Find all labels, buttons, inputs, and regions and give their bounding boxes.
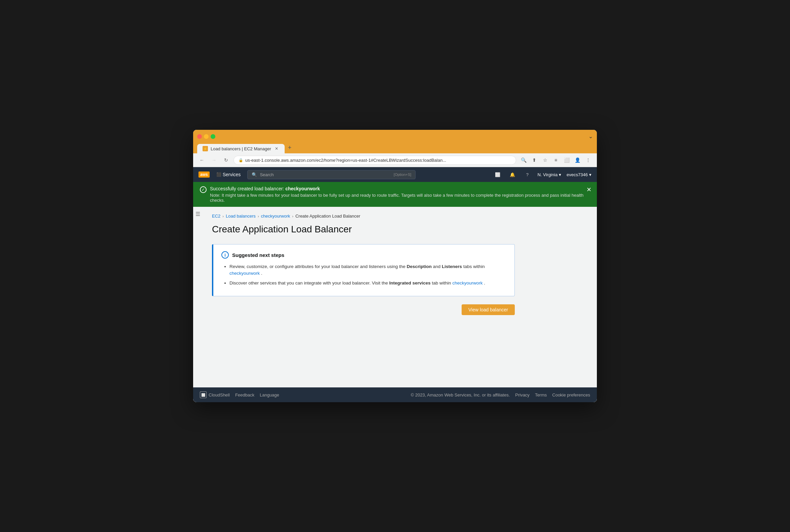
browser-title-bar: ⌄ bbox=[197, 133, 593, 139]
reader-icon[interactable]: ≡ bbox=[551, 155, 561, 165]
browser-tabs: ⚡ Load balancers | EC2 Manager ✕ + bbox=[197, 142, 593, 153]
browser-chrome: ⌄ ⚡ Load balancers | EC2 Manager ✕ + bbox=[193, 130, 597, 153]
success-banner: ✓ Successfully created load balancer: ch… bbox=[193, 182, 597, 207]
footer-right: © 2023, Amazon Web Services, Inc. or its… bbox=[411, 393, 590, 398]
info-box-step-1: Review, customize, or configure attribut… bbox=[229, 263, 507, 277]
new-tab-button[interactable]: + bbox=[284, 142, 295, 153]
search-shortcut: [Option+S] bbox=[394, 172, 411, 176]
cloudshell-label: CloudShell bbox=[208, 393, 230, 398]
services-label: Services bbox=[223, 172, 241, 177]
info-box: i Suggested next steps Review, customize… bbox=[212, 244, 515, 296]
help-icon[interactable]: ? bbox=[522, 170, 532, 179]
breadcrumb-load-balancers[interactable]: Load balancers bbox=[226, 213, 256, 218]
sidebar-toggle-button[interactable]: ☰ bbox=[193, 207, 203, 322]
region-selector[interactable]: N. Virginia ▾ bbox=[537, 172, 561, 177]
copyright-text: © 2023, Amazon Web Services, Inc. or its… bbox=[411, 393, 510, 398]
page-title: Create Application Load Balancer bbox=[212, 224, 587, 235]
aws-logo[interactable]: aws bbox=[199, 171, 209, 177]
breadcrumb: EC2 › Load balancers › checkyourwork › C… bbox=[212, 213, 587, 218]
refresh-button[interactable]: ↻ bbox=[221, 155, 231, 165]
breadcrumb-sep-2: › bbox=[258, 214, 259, 218]
info-box-title: Suggested next steps bbox=[232, 252, 284, 258]
main-content: ✓ Successfully created load balancer: ch… bbox=[193, 182, 597, 402]
footer-left: ⬜ CloudShell Feedback Language bbox=[200, 392, 279, 398]
button-area: View load balancer bbox=[212, 304, 515, 315]
user-menu[interactable]: evecs7346 ▾ bbox=[567, 172, 591, 177]
aws-search-bar[interactable]: 🔍 Search [Option+S] bbox=[247, 170, 416, 179]
tab-close-button[interactable]: ✕ bbox=[274, 146, 279, 151]
dot-yellow[interactable] bbox=[204, 134, 208, 139]
tab-title: Load balancers | EC2 Manager bbox=[210, 146, 271, 151]
user-label: evecs7346 bbox=[567, 172, 588, 177]
breadcrumb-checkyourwork[interactable]: checkyourwork bbox=[261, 213, 290, 218]
aws-logo-text: aws bbox=[199, 171, 209, 177]
lock-icon: 🔒 bbox=[239, 158, 243, 163]
back-button[interactable]: ← bbox=[197, 155, 207, 165]
bell-icon[interactable]: 🔔 bbox=[508, 170, 517, 179]
browser-nav: ← → ↻ 🔒 us-east-1.console.aws.amazon.com… bbox=[193, 153, 597, 167]
avatar-icon[interactable]: 👤 bbox=[573, 155, 582, 165]
browser-tab-active[interactable]: ⚡ Load balancers | EC2 Manager ✕ bbox=[197, 144, 284, 153]
cloudshell-footer-item[interactable]: ⬜ CloudShell bbox=[200, 392, 230, 398]
tab-favicon: ⚡ bbox=[203, 146, 208, 151]
step1-link[interactable]: checkyourwork bbox=[229, 271, 260, 276]
bookmark-icon[interactable]: ☆ bbox=[540, 155, 550, 165]
success-text: Successfully created load balancer: chec… bbox=[210, 186, 590, 203]
breadcrumb-current: Create Application Load Balancer bbox=[295, 213, 360, 218]
aws-nav-right: ⬜ 🔔 ? N. Virginia ▾ evecs7346 ▾ bbox=[493, 170, 591, 179]
content-wrapper: ☰ EC2 › Load balancers › checkyourwork ›… bbox=[193, 207, 597, 322]
info-box-step-2: Discover other services that you can int… bbox=[229, 280, 507, 286]
browser-window: ⌄ ⚡ Load balancers | EC2 Manager ✕ + ← →… bbox=[193, 130, 597, 402]
success-icon: ✓ bbox=[200, 186, 207, 193]
search-icon: 🔍 bbox=[252, 172, 257, 177]
cookie-link[interactable]: Cookie preferences bbox=[552, 393, 590, 398]
breadcrumb-ec2[interactable]: EC2 bbox=[212, 213, 220, 218]
aws-nav: aws ⬛ Services 🔍 Search [Option+S] ⬜ 🔔 ?… bbox=[193, 167, 597, 182]
banner-close-button[interactable]: ✕ bbox=[586, 186, 591, 193]
page-body: EC2 › Load balancers › checkyourwork › C… bbox=[203, 207, 597, 322]
step2-link[interactable]: checkyourwork bbox=[452, 281, 482, 285]
breadcrumb-sep-1: › bbox=[222, 214, 224, 218]
region-label: N. Virginia bbox=[537, 172, 557, 177]
feedback-link[interactable]: Feedback bbox=[235, 393, 254, 398]
page-footer: ⬜ CloudShell Feedback Language © 2023, A… bbox=[193, 387, 597, 402]
chevron-down-icon[interactable]: ⌄ bbox=[588, 133, 593, 139]
dot-green[interactable] bbox=[210, 134, 215, 139]
services-button[interactable]: ⬛ Services bbox=[214, 171, 244, 178]
forward-button[interactable]: → bbox=[209, 155, 219, 165]
region-chevron-icon: ▾ bbox=[559, 172, 561, 177]
breadcrumb-sep-3: › bbox=[292, 214, 293, 218]
info-icon: i bbox=[221, 251, 229, 259]
content-spacer bbox=[193, 322, 597, 387]
url-text: us-east-1.console.aws.amazon.com/ec2/hom… bbox=[245, 158, 511, 163]
share-icon[interactable]: ⬆ bbox=[530, 155, 539, 165]
language-link[interactable]: Language bbox=[260, 393, 279, 398]
info-box-header: i Suggested next steps bbox=[221, 251, 507, 259]
menu-icon[interactable]: ⋮ bbox=[583, 155, 593, 165]
browser-nav-icons: 🔍 ⬆ ☆ ≡ ⬜ 👤 ⋮ bbox=[519, 155, 593, 165]
success-note: Note: It might take a few minutes for yo… bbox=[210, 193, 590, 203]
search-icon[interactable]: 🔍 bbox=[519, 155, 528, 165]
terms-link[interactable]: Terms bbox=[535, 393, 547, 398]
dot-red[interactable] bbox=[197, 134, 202, 139]
sidebar-icon[interactable]: ⬜ bbox=[562, 155, 571, 165]
view-load-balancer-button[interactable]: View load balancer bbox=[462, 304, 515, 315]
privacy-link[interactable]: Privacy bbox=[515, 393, 530, 398]
address-bar[interactable]: 🔒 us-east-1.console.aws.amazon.com/ec2/h… bbox=[234, 156, 516, 165]
search-placeholder: Search bbox=[260, 172, 274, 177]
lb-name-link[interactable]: checkyourwork bbox=[285, 186, 320, 191]
cloudshell-nav-icon[interactable]: ⬜ bbox=[493, 170, 502, 179]
user-chevron-icon: ▾ bbox=[589, 172, 591, 177]
success-title: Successfully created load balancer: chec… bbox=[210, 186, 590, 191]
info-box-steps: Review, customize, or configure attribut… bbox=[221, 263, 507, 286]
browser-dots bbox=[197, 134, 215, 139]
cloudshell-icon: ⬜ bbox=[200, 392, 207, 398]
